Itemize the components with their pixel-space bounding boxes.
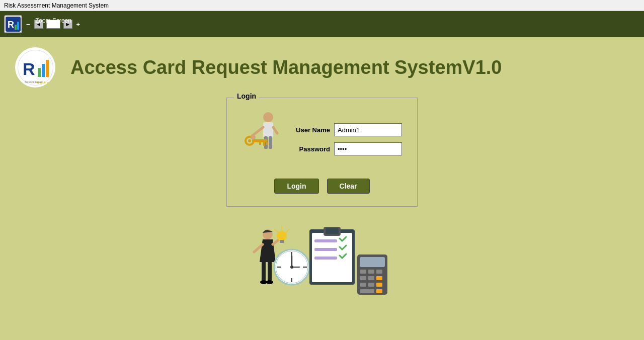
login-illustration <box>242 108 287 171</box>
svg-rect-58 <box>360 276 366 280</box>
svg-rect-65 <box>376 289 382 293</box>
svg-text:An EXcrt Expert: An EXcrt Expert <box>25 80 43 83</box>
key-person-svg <box>242 108 287 168</box>
logo-icon: R <box>6 17 21 32</box>
login-inner: User Name Password <box>242 108 402 171</box>
main-content: R ★★★★★ An EXcrt Expert Access Card Requ… <box>0 37 644 340</box>
svg-rect-50 <box>314 239 337 242</box>
svg-rect-57 <box>376 270 382 274</box>
svg-line-31 <box>273 239 279 244</box>
svg-point-29 <box>266 280 273 284</box>
svg-rect-59 <box>368 276 374 280</box>
svg-text:R: R <box>23 59 35 78</box>
svg-point-28 <box>260 280 267 284</box>
clear-button[interactable]: Clear <box>327 179 370 194</box>
login-button[interactable]: Login <box>274 179 318 194</box>
svg-rect-21 <box>259 142 261 145</box>
svg-point-12 <box>263 112 273 122</box>
svg-text:R: R <box>8 20 14 30</box>
svg-rect-22 <box>263 142 265 146</box>
zoom-plus-button[interactable]: + <box>76 21 80 28</box>
zoom-screen-label: Zoom Screen <box>35 17 71 24</box>
buttons-row: Login Clear <box>242 179 402 194</box>
svg-rect-2 <box>15 25 17 30</box>
password-row: Password <box>292 142 402 155</box>
svg-rect-33 <box>280 240 284 243</box>
svg-line-16 <box>252 127 263 136</box>
svg-rect-55 <box>360 270 366 274</box>
login-fields: User Name Password <box>292 123 402 155</box>
svg-rect-49 <box>326 228 339 234</box>
app-logo: R ★★★★★ An EXcrt Expert <box>15 47 55 88</box>
svg-rect-56 <box>368 270 374 274</box>
svg-rect-52 <box>314 257 337 260</box>
title-bar-text: Risk Assessment Management System <box>4 2 109 9</box>
svg-rect-27 <box>268 261 272 281</box>
svg-rect-23 <box>266 142 268 145</box>
svg-rect-15 <box>269 136 272 149</box>
svg-rect-60 <box>376 276 382 280</box>
svg-rect-9 <box>46 60 49 77</box>
username-row: User Name <box>292 123 402 136</box>
username-input[interactable] <box>334 123 402 136</box>
zoom-minus-button[interactable]: − <box>26 21 30 28</box>
password-input[interactable] <box>334 142 402 155</box>
svg-rect-51 <box>314 248 337 251</box>
app-title: Access Card Request Management SystemV1.… <box>70 57 502 78</box>
toolbar-logo: R <box>4 15 22 33</box>
login-box: Login <box>226 98 418 207</box>
svg-rect-63 <box>376 283 382 287</box>
svg-rect-20 <box>252 139 267 142</box>
svg-line-36 <box>286 229 289 233</box>
logo-svg: R ★★★★★ An EXcrt Expert <box>17 49 54 87</box>
svg-point-19 <box>248 139 251 142</box>
toolbar: R − ◄ ► + Zoom Screen <box>0 11 644 37</box>
password-label: Password <box>292 145 330 153</box>
svg-line-17 <box>273 127 277 133</box>
svg-rect-26 <box>262 261 266 281</box>
svg-rect-13 <box>263 122 273 137</box>
svg-point-45 <box>290 266 293 269</box>
svg-line-34 <box>274 229 279 233</box>
header-row: R ★★★★★ An EXcrt Expert Access Card Requ… <box>15 47 629 88</box>
svg-rect-64 <box>360 289 374 293</box>
login-legend: Login <box>234 92 259 100</box>
bottom-illustration <box>247 222 397 302</box>
svg-rect-54 <box>360 257 385 267</box>
svg-rect-62 <box>368 283 374 287</box>
bottom-svg <box>247 222 397 302</box>
svg-rect-3 <box>17 22 19 30</box>
svg-rect-61 <box>360 283 366 287</box>
username-label: User Name <box>292 126 330 134</box>
svg-rect-8 <box>42 64 45 77</box>
svg-point-24 <box>251 135 256 140</box>
svg-rect-7 <box>38 68 41 77</box>
title-bar: Risk Assessment Management System <box>0 0 644 11</box>
